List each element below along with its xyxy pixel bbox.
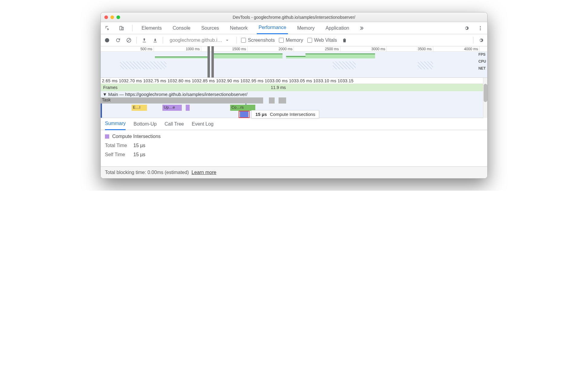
cpu-hatch — [120, 61, 166, 69]
tooltip-name: Compute Intersections — [270, 112, 315, 117]
summary-panel: Compute Intersections Total Time 15 µs S… — [101, 130, 487, 166]
save-profile-button[interactable] — [152, 37, 158, 44]
flame-ruler: 2.65 ms 1032.70 ms 1032.75 ms 1032.80 ms… — [101, 78, 487, 84]
frame-duration: 11.9 ms — [271, 85, 286, 90]
fps-bar — [305, 54, 375, 58]
summary-self-time-value: 15 µs — [133, 152, 145, 157]
select-element-icon[interactable] — [104, 25, 111, 31]
task-bar[interactable] — [279, 97, 286, 104]
devtools-window: DevTools - googlechrome.github.io/sample… — [100, 12, 488, 179]
summary-total-time-label: Total Time — [105, 143, 130, 148]
frames-track: Frames 11.9 ms — [101, 84, 487, 91]
cpu-hatch — [333, 61, 356, 69]
footer-bar: Total blocking time: 0.00ms (estimated) … — [101, 166, 487, 178]
fps-bar — [286, 56, 305, 58]
overview-selection-handle[interactable] — [207, 46, 210, 77]
load-profile-button[interactable] — [141, 37, 148, 44]
titlebar: DevTools - googlechrome.github.io/sample… — [101, 12, 487, 22]
screenshots-checkbox[interactable]: Screenshots — [241, 38, 275, 43]
memory-checkbox[interactable]: Memory — [279, 38, 303, 43]
flame-entry[interactable]: E…l — [132, 105, 147, 111]
device-toggle-icon[interactable] — [118, 25, 125, 31]
detail-tabs: Summary Bottom-Up Call Tree Event Log — [101, 118, 487, 130]
overview-lane-labels: FPS CPU NET — [479, 52, 486, 71]
tab-performance[interactable]: Performance — [257, 22, 288, 34]
overview-selection-handle[interactable] — [211, 46, 214, 77]
summary-self-time-row: Self Time 15 µs — [105, 152, 483, 157]
disclosure-triangle-icon[interactable]: ▼ — [103, 92, 107, 97]
fps-bar — [213, 54, 283, 58]
main-thread-label: Main — https://googlechrome.github.io/sa… — [108, 92, 247, 97]
panel-tabs: Elements Console Sources Network Perform… — [101, 22, 487, 34]
reload-record-button[interactable] — [115, 37, 121, 44]
flame-rows[interactable]: Task E…l Up…e Co…rs 15 µs Compute Inters… — [101, 97, 487, 118]
clear-button[interactable] — [126, 37, 132, 44]
flame-chart[interactable]: 2.65 ms 1032.70 ms 1032.75 ms 1032.80 ms… — [101, 78, 487, 118]
tooltip-duration: 15 µs — [255, 112, 267, 117]
dtab-summary[interactable]: Summary — [105, 118, 126, 130]
record-button[interactable] — [104, 37, 110, 44]
color-swatch — [105, 134, 109, 139]
tab-application[interactable]: Application — [324, 22, 351, 34]
blocking-time-text: Total blocking time: 0.00ms (estimated) — [105, 170, 189, 175]
scrollbar-thumb[interactable] — [484, 84, 487, 102]
recording-select[interactable]: googlechrome.github.i… — [167, 38, 232, 43]
window-controls — [104, 15, 120, 19]
summary-title-row: Compute Intersections — [105, 134, 483, 139]
tab-console[interactable]: Console — [171, 22, 192, 34]
maximize-window-button[interactable] — [116, 15, 120, 19]
dtab-bottom-up[interactable]: Bottom-Up — [133, 118, 156, 130]
task-bar[interactable]: Task — [101, 97, 263, 104]
summary-self-time-label: Self Time — [105, 152, 130, 157]
summary-total-time-value: 15 µs — [133, 143, 145, 148]
summary-total-time-row: Total Time 15 µs — [105, 143, 483, 148]
task-bar[interactable] — [269, 97, 275, 104]
dtab-call-tree[interactable]: Call Tree — [165, 118, 184, 130]
tab-sources[interactable]: Sources — [199, 22, 221, 34]
tab-elements[interactable]: Elements — [140, 22, 164, 34]
overview-ruler: 500 ms 1000 ms 1500 ms 2000 ms 2500 ms 3… — [101, 46, 487, 52]
tab-network[interactable]: Network — [228, 22, 250, 34]
recording-select-label: googlechrome.github.i… — [170, 38, 222, 43]
more-tabs-icon[interactable] — [358, 25, 365, 31]
delete-button[interactable] — [341, 37, 348, 44]
summary-event-name: Compute Intersections — [112, 134, 161, 139]
fps-bar — [155, 57, 209, 58]
learn-more-link[interactable]: Learn more — [191, 170, 216, 175]
minimize-window-button[interactable] — [110, 15, 114, 19]
kebab-menu-icon[interactable] — [477, 25, 484, 31]
flame-tooltip: 15 µs Compute Intersections — [251, 110, 319, 118]
tab-memory[interactable]: Memory — [295, 22, 316, 34]
flame-entry[interactable]: Up…e — [162, 105, 182, 111]
main-thread-header[interactable]: ▼ Main — https://googlechrome.github.io/… — [101, 91, 487, 97]
close-window-button[interactable] — [104, 15, 108, 19]
svg-point-0 — [480, 26, 481, 27]
flame-entry[interactable] — [186, 105, 190, 111]
dtab-event-log[interactable]: Event Log — [192, 118, 214, 130]
overview-timeline[interactable]: 500 ms 1000 ms 1500 ms 2000 ms 2500 ms 3… — [101, 46, 487, 78]
web-vitals-checkbox[interactable]: Web Vitals — [307, 38, 337, 43]
window-title: DevTools - googlechrome.github.io/sample… — [101, 15, 487, 20]
selection-outline — [239, 111, 250, 118]
svg-line-4 — [128, 39, 130, 41]
svg-point-2 — [480, 29, 481, 30]
settings-icon[interactable] — [463, 25, 470, 31]
cpu-hatch — [418, 61, 433, 69]
performance-toolbar: googlechrome.github.i… Screenshots Memor… — [101, 34, 487, 46]
svg-point-1 — [480, 28, 481, 28]
flame-entry[interactable]: Co…rs — [230, 105, 255, 111]
divider — [132, 25, 132, 31]
flame-scrollbar[interactable] — [483, 78, 487, 118]
capture-settings-icon[interactable] — [478, 37, 484, 44]
frames-label: Frames — [101, 85, 117, 90]
